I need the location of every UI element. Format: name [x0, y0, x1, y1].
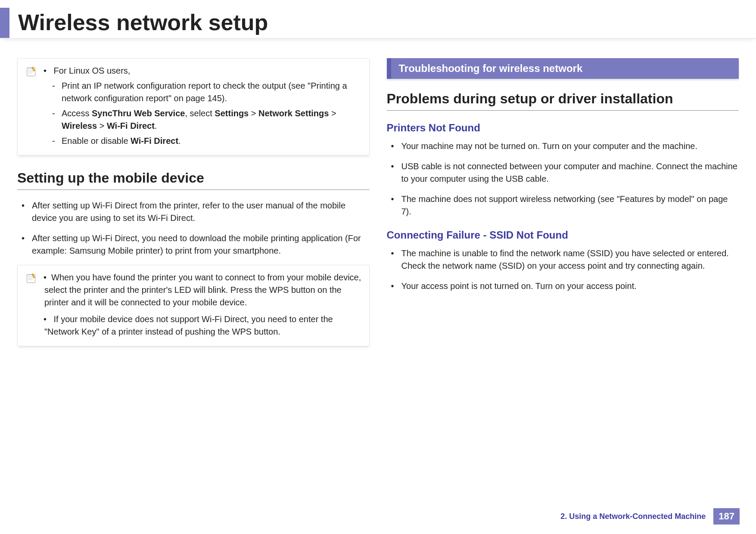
bullet-list: Your machine may not be turned on. Turn … — [387, 140, 739, 218]
note-icon — [25, 272, 37, 284]
bullet-list: After setting up Wi-Fi Direct from the p… — [17, 199, 370, 257]
page-footer: 2. Using a Network-Connected Machine 187 — [560, 508, 740, 525]
bold-text: Settings — [215, 109, 249, 118]
text: > — [249, 109, 258, 118]
text: > — [329, 109, 336, 118]
bullet-item: Your access point is not turned on. Turn… — [387, 280, 739, 292]
bullet-item: USB cable is not connected between your … — [387, 160, 739, 185]
bold-text: Wireless — [62, 121, 97, 130]
page-header: Wireless network setup — [0, 0, 756, 39]
content-columns: For Linux OS users, Print an IP network … — [0, 52, 756, 361]
text: > — [97, 121, 107, 130]
chapter-label: 2. Using a Network-Connected Machine — [560, 512, 706, 521]
text: , select — [185, 109, 215, 118]
subheading-ssid-not-found: Connecting Failure - SSID Not Found — [387, 229, 739, 241]
text: Enable or disable — [62, 136, 131, 146]
bullet-item: Your machine may not be turned on. Turn … — [387, 140, 739, 152]
note-box-linux: For Linux OS users, Print an IP network … — [17, 58, 370, 155]
bold-text: SyncThru Web Service — [92, 109, 185, 118]
note-item: When you have found the printer you want… — [44, 271, 361, 309]
bullet-list: The machine is unable to find the networ… — [387, 247, 739, 292]
bullet-item: After setting up Wi-Fi Direct from the p… — [17, 199, 370, 224]
section-bar-troubleshooting: Troubleshooting for wireless network — [387, 58, 739, 79]
subheading-printers-not-found: Printers Not Found — [387, 122, 739, 134]
note-body: For Linux OS users, Print an IP network … — [44, 65, 361, 147]
page-number: 187 — [713, 508, 740, 525]
text: . — [155, 121, 157, 130]
note-item: If your mobile device does not support W… — [44, 313, 361, 338]
bold-text: Network Settings — [258, 109, 329, 118]
note-lead: For Linux OS users, — [54, 66, 131, 75]
bullet-item: The machine does not support wireless ne… — [387, 193, 739, 218]
right-column: Troubleshooting for wireless network Pro… — [387, 58, 739, 361]
note-icon — [25, 65, 37, 78]
dash-item: Enable or disable Wi-Fi Direct. — [44, 135, 361, 147]
dash-list: Print an IP network configuration report… — [44, 80, 361, 147]
bullet-item: After setting up Wi-Fi Direct, you need … — [17, 232, 370, 257]
note-body: When you have found the printer you want… — [44, 271, 361, 338]
header-accent-bar — [0, 8, 9, 38]
dash-item: Access SyncThru Web Service, select Sett… — [44, 107, 361, 132]
text: . — [178, 136, 181, 146]
note-box-mobile: When you have found the printer you want… — [17, 265, 370, 346]
left-column: For Linux OS users, Print an IP network … — [17, 58, 370, 361]
bold-text: Wi-Fi Direct — [107, 121, 155, 130]
page-title: Wireless network setup — [18, 11, 268, 38]
heading-problems: Problems during setup or driver installa… — [387, 91, 739, 111]
bold-text: Wi-Fi Direct — [131, 136, 178, 146]
heading-mobile-setup: Setting up the mobile device — [17, 170, 370, 190]
text: Access — [62, 109, 92, 118]
dash-item: Print an IP network configuration report… — [44, 80, 361, 105]
bullet-item: The machine is unable to find the networ… — [387, 247, 739, 272]
